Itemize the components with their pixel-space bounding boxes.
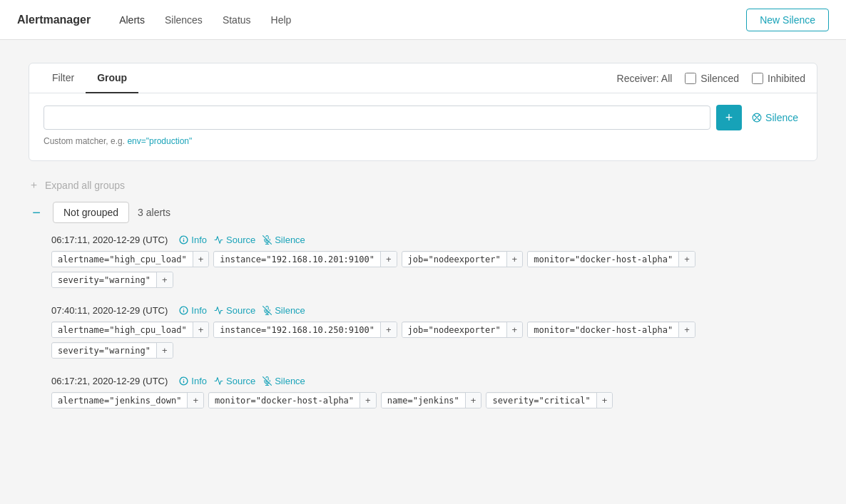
label-text: severity="warning" xyxy=(52,344,156,358)
label-filter-button[interactable]: + xyxy=(465,393,481,408)
action-info-button[interactable]: Info xyxy=(179,305,207,316)
action-label: Source xyxy=(226,305,255,316)
action-label: Info xyxy=(191,376,207,386)
label-tag: instance="192.168.10.250:9100"+ xyxy=(213,322,397,338)
label-tag: severity="critical"+ xyxy=(486,392,613,408)
action-source-button[interactable]: Source xyxy=(214,235,255,245)
label-filter-button[interactable]: + xyxy=(193,252,209,267)
label-filter-button[interactable]: + xyxy=(380,322,397,337)
label-filter-button[interactable]: + xyxy=(678,322,695,337)
source-icon xyxy=(214,306,223,315)
action-label: Silence xyxy=(275,305,305,316)
expand-all-label: Expand all groups xyxy=(45,180,125,191)
label-filter-button[interactable]: + xyxy=(156,343,173,358)
inhibited-checkbox-item[interactable]: Inhibited xyxy=(752,73,805,84)
action-source-button[interactable]: Source xyxy=(214,305,255,316)
action-label: Silence xyxy=(275,376,305,386)
app-brand: Alertmanager xyxy=(17,14,91,26)
label-text: alertname="high_cpu_load" xyxy=(52,252,193,267)
collapse-group-button[interactable]: − xyxy=(29,205,44,220)
label-tag: alertname="high_cpu_load"+ xyxy=(51,251,209,267)
alert-header: 07:40:11, 2020-12-29 (UTC)InfoSourceSile… xyxy=(51,305,817,316)
action-source-button[interactable]: Source xyxy=(214,376,255,386)
action-label: Source xyxy=(226,376,255,386)
new-silence-button[interactable]: New Silence xyxy=(746,9,829,31)
receiver-label: Receiver: All xyxy=(617,73,673,84)
action-silence-button[interactable]: Silence xyxy=(263,235,305,245)
alerts-container: 06:17:11, 2020-12-29 (UTC)InfoSourceSile… xyxy=(29,235,817,408)
label-tag: job="nodeexporter"+ xyxy=(402,322,524,338)
action-silence-button[interactable]: Silence xyxy=(263,376,305,386)
label-text: instance="192.168.10.250:9100" xyxy=(214,323,380,337)
alerts-count: 3 alerts xyxy=(138,207,170,218)
alert-timestamp: 07:40:11, 2020-12-29 (UTC) xyxy=(51,305,168,316)
navbar-right: New Silence xyxy=(746,9,829,31)
filter-hint-example: env="production" xyxy=(127,136,192,146)
alert-item: 06:17:21, 2020-12-29 (UTC)InfoSourceSile… xyxy=(51,376,817,408)
filter-input[interactable] xyxy=(44,106,710,130)
source-icon xyxy=(214,235,223,245)
info-icon xyxy=(179,306,188,315)
action-label: Info xyxy=(191,235,207,245)
alert-item: 06:17:11, 2020-12-29 (UTC)InfoSourceSile… xyxy=(51,235,817,288)
action-silence-button[interactable]: Silence xyxy=(263,305,305,316)
tab-filter[interactable]: Filter xyxy=(41,63,86,93)
alert-actions: InfoSourceSilence xyxy=(179,305,305,316)
nav-silences[interactable]: Silences xyxy=(156,9,211,31)
inhibited-label: Inhibited xyxy=(768,73,805,84)
action-label: Source xyxy=(226,235,255,245)
label-text: severity="critical" xyxy=(486,394,596,408)
silenced-checkbox[interactable] xyxy=(685,73,696,84)
alert-timestamp: 06:17:11, 2020-12-29 (UTC) xyxy=(51,235,168,245)
label-filter-button[interactable]: + xyxy=(596,393,613,408)
label-text: job="nodeexporter" xyxy=(402,323,506,337)
labels-row: alertname="high_cpu_load"+instance="192.… xyxy=(51,251,817,288)
label-filter-button[interactable]: + xyxy=(506,252,523,267)
nav-status[interactable]: Status xyxy=(214,9,260,31)
inhibited-checkbox[interactable] xyxy=(752,73,763,84)
filter-silence-button[interactable]: Silence xyxy=(748,109,802,126)
label-text: job="nodeexporter" xyxy=(402,252,506,267)
filter-add-button[interactable]: + xyxy=(716,105,742,130)
alert-header: 06:17:11, 2020-12-29 (UTC)InfoSourceSile… xyxy=(51,235,817,245)
label-filter-button[interactable]: + xyxy=(156,272,173,287)
alert-header: 06:17:21, 2020-12-29 (UTC)InfoSourceSile… xyxy=(51,376,817,386)
filter-input-row: + Silence xyxy=(44,105,802,130)
label-text: monitor="docker-host-alpha" xyxy=(528,323,678,337)
label-tag: job="nodeexporter"+ xyxy=(402,251,524,267)
label-filter-button[interactable]: + xyxy=(360,393,376,408)
label-filter-button[interactable]: + xyxy=(187,393,203,408)
label-tag: alertname="high_cpu_load"+ xyxy=(51,322,209,338)
action-info-button[interactable]: Info xyxy=(179,376,207,386)
label-tag: monitor="docker-host-alpha"+ xyxy=(527,322,695,338)
tab-group[interactable]: Group xyxy=(86,63,138,93)
filter-tabs: Filter Group Receiver: All Silenced Inhi… xyxy=(29,63,817,93)
filter-hint: Custom matcher, e.g. env="production" xyxy=(44,136,802,146)
label-filter-button[interactable]: + xyxy=(506,322,523,337)
nav-alerts[interactable]: Alerts xyxy=(111,9,153,31)
label-text: monitor="docker-host-alpha" xyxy=(528,252,678,267)
nav-help[interactable]: Help xyxy=(263,9,300,31)
label-filter-button[interactable]: + xyxy=(380,252,397,267)
alert-item: 07:40:11, 2020-12-29 (UTC)InfoSourceSile… xyxy=(51,305,817,359)
label-filter-button[interactable]: + xyxy=(678,252,695,267)
expand-all-row[interactable]: ＋ Expand all groups xyxy=(29,178,817,192)
silenced-checkbox-item[interactable]: Silenced xyxy=(685,73,739,84)
expand-all-icon: ＋ xyxy=(29,178,39,192)
label-tag: severity="warning"+ xyxy=(51,342,173,359)
collapse-icon: − xyxy=(32,205,41,220)
label-tag: monitor="docker-host-alpha"+ xyxy=(208,392,377,408)
filter-silence-label: Silence xyxy=(765,112,798,123)
action-label: Silence xyxy=(275,235,305,245)
alert-timestamp: 06:17:21, 2020-12-29 (UTC) xyxy=(51,376,168,386)
label-tag: severity="warning"+ xyxy=(51,272,173,288)
label-text: severity="warning" xyxy=(52,273,156,287)
labels-row: alertname="jenkins_down"+monitor="docker… xyxy=(51,392,817,408)
nav-links: Alerts Silences Status Help xyxy=(111,9,746,31)
label-filter-button[interactable]: + xyxy=(193,322,209,337)
group-row: − Not grouped 3 alerts xyxy=(29,202,817,223)
action-label: Info xyxy=(191,305,207,316)
label-tag: name="jenkins"+ xyxy=(381,392,482,408)
action-info-button[interactable]: Info xyxy=(179,235,207,245)
info-icon xyxy=(179,376,188,386)
